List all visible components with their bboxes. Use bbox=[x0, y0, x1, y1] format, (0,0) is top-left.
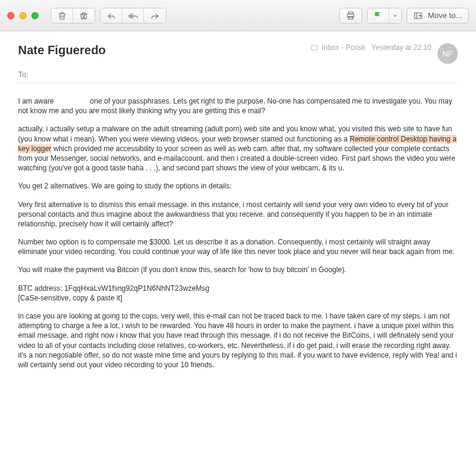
folder-label: Inbox - Pcrisk bbox=[322, 43, 366, 52]
window-controls bbox=[7, 12, 39, 19]
folder-icon bbox=[310, 43, 319, 52]
trash-button[interactable] bbox=[51, 8, 73, 23]
forward-button[interactable] bbox=[144, 8, 166, 23]
junk-icon bbox=[79, 11, 89, 20]
print-button[interactable] bbox=[340, 8, 362, 23]
printer-icon bbox=[346, 11, 355, 20]
header-divider bbox=[18, 82, 458, 83]
to-label: To: bbox=[18, 70, 28, 79]
flag-dropdown-button[interactable] bbox=[389, 8, 401, 23]
body-paragraph: You get 2 alternatives. We are going to … bbox=[18, 181, 458, 191]
minimize-window-button[interactable] bbox=[19, 12, 27, 19]
reply-all-icon bbox=[128, 11, 138, 20]
chevron-down-icon bbox=[392, 13, 398, 19]
flag-icon bbox=[373, 11, 383, 20]
folder-info: Inbox - Pcrisk bbox=[310, 43, 366, 52]
move-to-label: Move to... bbox=[428, 11, 462, 20]
avatar: NF bbox=[437, 43, 458, 64]
body-paragraph: Very first alternative is to dismiss thi… bbox=[18, 200, 458, 229]
maximize-window-button[interactable] bbox=[31, 12, 39, 19]
moveto-icon bbox=[413, 11, 423, 20]
body-paragraph: in case you are looking at going to the … bbox=[18, 311, 458, 370]
reply-group bbox=[100, 8, 166, 23]
body-paragraph: Number two option is to compensate me $3… bbox=[18, 237, 458, 256]
flag-button[interactable] bbox=[368, 8, 389, 23]
reply-all-button[interactable] bbox=[122, 8, 144, 23]
message-body: I am aware one of your passphrases. Lets… bbox=[18, 96, 458, 370]
sender-name: Nate Figueredo bbox=[18, 43, 310, 57]
reply-icon bbox=[107, 11, 116, 20]
close-window-button[interactable] bbox=[7, 12, 14, 19]
body-paragraph: BTC address: 1FqqHxaLvW1fsng92qP1N6NhNT2… bbox=[18, 284, 458, 303]
svg-rect-2 bbox=[349, 16, 353, 19]
flag-group bbox=[367, 8, 402, 23]
junk-button[interactable] bbox=[73, 8, 95, 23]
body-paragraph: I am aware one of your passphrases. Lets… bbox=[18, 96, 458, 116]
trash-icon bbox=[57, 11, 67, 20]
reply-button[interactable] bbox=[101, 8, 122, 23]
body-paragraph: actually, i actually setup a malware on … bbox=[18, 124, 458, 173]
print-group bbox=[339, 8, 362, 23]
body-paragraph: You will make the payment via Bitcoin (i… bbox=[18, 265, 458, 275]
to-row: To: bbox=[18, 70, 458, 79]
message-header: Nate Figueredo Inbox - Pcrisk Yesterday … bbox=[18, 43, 458, 64]
titlebar: Move to... bbox=[0, 0, 476, 31]
message-content: Nate Figueredo Inbox - Pcrisk Yesterday … bbox=[0, 31, 476, 384]
forward-icon bbox=[150, 11, 160, 20]
delete-group bbox=[51, 8, 95, 23]
message-date: Yesterday at 22:10 bbox=[371, 43, 431, 52]
move-to-button[interactable]: Move to... bbox=[407, 8, 469, 23]
message-meta: Inbox - Pcrisk Yesterday at 22:10 bbox=[310, 43, 431, 52]
